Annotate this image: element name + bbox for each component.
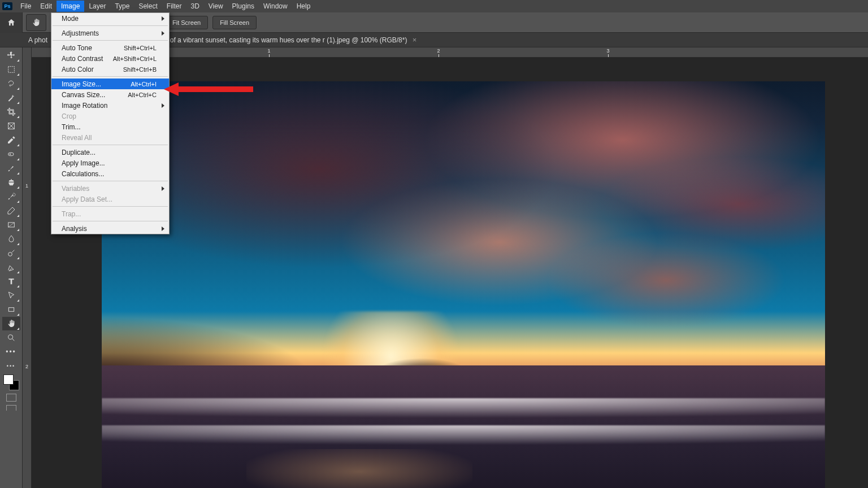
menu-item-calculations[interactable]: Calculations... bbox=[51, 168, 169, 179]
gradient-tool[interactable] bbox=[2, 218, 20, 232]
menu-item-label: Apply Data Set... bbox=[62, 195, 112, 203]
menu-item-canvas-size[interactable]: Canvas Size...Alt+Ctrl+C bbox=[51, 89, 169, 100]
menu-select[interactable]: Select bbox=[134, 1, 162, 12]
menu-item-shortcut: Shift+Ctrl+B bbox=[123, 66, 157, 73]
menu-item-shortcut: Alt+Ctrl+C bbox=[128, 91, 157, 98]
more-tools[interactable]: ••• bbox=[2, 345, 20, 359]
menu-item-label: Mode bbox=[62, 15, 79, 23]
color-swatches[interactable] bbox=[3, 374, 19, 390]
clone-stamp-tool[interactable] bbox=[2, 176, 20, 189]
image-menu-dropdown: ModeAdjustmentsAuto ToneShift+Ctrl+LAuto… bbox=[51, 12, 170, 234]
rectangle-tool[interactable] bbox=[2, 303, 20, 316]
svg-rect-2 bbox=[8, 152, 13, 155]
menu-image[interactable]: Image bbox=[57, 1, 84, 12]
menu-edit[interactable]: Edit bbox=[36, 1, 57, 12]
menu-item-auto-contrast[interactable]: Auto ContrastAlt+Shift+Ctrl+L bbox=[51, 53, 169, 64]
menu-item-label: Analysis bbox=[62, 225, 87, 233]
menu-item-label: Canvas Size... bbox=[62, 91, 105, 99]
chevron-right-icon bbox=[162, 103, 164, 108]
menu-item-label: Apply Image... bbox=[62, 159, 105, 167]
menu-file[interactable]: File bbox=[16, 1, 36, 12]
home-icon bbox=[7, 18, 16, 27]
menu-item-crop: Crop bbox=[51, 111, 169, 121]
pen-tool[interactable] bbox=[2, 260, 20, 274]
toolbox: ••• ••• bbox=[0, 47, 23, 488]
menu-item-label: Auto Color bbox=[62, 66, 94, 73]
canvas-image-wave bbox=[102, 398, 825, 422]
canvas-image-reflection bbox=[246, 449, 472, 488]
menu-item-label: Duplicate... bbox=[62, 149, 96, 156]
lasso-tool[interactable] bbox=[2, 77, 20, 90]
frame-tool[interactable] bbox=[2, 119, 20, 133]
blur-tool[interactable] bbox=[2, 232, 20, 246]
history-brush-tool[interactable] bbox=[2, 190, 20, 203]
menu-item-label: Auto Tone bbox=[62, 44, 92, 52]
menu-item-label: Trap... bbox=[62, 210, 81, 218]
menu-view[interactable]: View bbox=[204, 1, 228, 12]
menu-help[interactable]: Help bbox=[292, 1, 315, 12]
menu-3d[interactable]: 3D bbox=[186, 1, 203, 12]
menu-item-label: Calculations... bbox=[62, 170, 104, 178]
menu-item-adjustments[interactable]: Adjustments bbox=[51, 28, 169, 38]
app-logo-icon: Ps bbox=[2, 2, 12, 10]
menu-item-label: Crop bbox=[62, 112, 76, 120]
menu-item-shortcut: Alt+Shift+Ctrl+L bbox=[113, 55, 157, 62]
menu-item-duplicate[interactable]: Duplicate... bbox=[51, 147, 169, 158]
menu-item-label: Auto Contrast bbox=[62, 55, 103, 63]
canvas[interactable] bbox=[102, 81, 825, 488]
fill-screen-button[interactable]: Fill Screen bbox=[212, 16, 257, 29]
menu-item-apply-data-set: Apply Data Set... bbox=[51, 194, 169, 204]
document-tab-title-suffix: of a vibrant sunset, casting its warm hu… bbox=[170, 36, 407, 44]
magic-wand-tool[interactable] bbox=[2, 91, 20, 104]
hand-tool[interactable] bbox=[2, 317, 20, 330]
menu-item-image-size[interactable]: Image Size...Alt+Ctrl+I bbox=[51, 79, 169, 89]
move-tool[interactable] bbox=[2, 49, 20, 62]
current-tool-indicator[interactable] bbox=[26, 14, 46, 31]
menu-item-auto-color[interactable]: Auto ColorShift+Ctrl+B bbox=[51, 64, 169, 75]
healing-brush-tool[interactable] bbox=[2, 147, 20, 161]
zoom-tool[interactable] bbox=[2, 331, 20, 345]
type-tool[interactable] bbox=[2, 274, 20, 288]
crop-tool[interactable] bbox=[2, 105, 20, 119]
eyedropper-tool[interactable] bbox=[2, 133, 20, 147]
path-selection-tool[interactable] bbox=[2, 289, 20, 302]
menu-item-label: Variables bbox=[62, 185, 89, 193]
quick-mask-toggle[interactable] bbox=[6, 394, 16, 402]
menu-item-mode[interactable]: Mode bbox=[51, 13, 169, 24]
marquee-tool[interactable] bbox=[2, 63, 20, 76]
menu-item-trap: Trap... bbox=[51, 208, 169, 219]
edit-toolbar[interactable]: ••• bbox=[2, 359, 20, 373]
chevron-right-icon bbox=[162, 186, 164, 191]
document-tab-title-prefix: A phot bbox=[28, 36, 47, 44]
dodge-tool[interactable] bbox=[2, 246, 20, 260]
menu-item-label: Image Size... bbox=[62, 80, 101, 88]
menu-item-image-rotation[interactable]: Image Rotation bbox=[51, 100, 169, 111]
menu-item-shortcut: Alt+Ctrl+I bbox=[131, 81, 157, 88]
svg-point-4 bbox=[8, 252, 12, 256]
hand-icon bbox=[32, 18, 41, 27]
menubar: Ps File Edit Image Layer Type Select Fil… bbox=[0, 0, 868, 12]
fit-screen-button[interactable]: Fit Screen bbox=[165, 16, 208, 29]
svg-rect-0 bbox=[8, 67, 14, 73]
vertical-ruler[interactable]: 1 2 bbox=[23, 47, 32, 488]
svg-point-6 bbox=[8, 335, 12, 339]
menu-item-apply-image[interactable]: Apply Image... bbox=[51, 158, 169, 168]
menu-window[interactable]: Window bbox=[259, 1, 292, 12]
home-button[interactable] bbox=[0, 12, 23, 33]
eraser-tool[interactable] bbox=[2, 204, 20, 217]
brush-tool[interactable] bbox=[2, 162, 20, 175]
menu-filter[interactable]: Filter bbox=[162, 1, 186, 12]
foreground-color-swatch[interactable] bbox=[3, 374, 14, 385]
menu-layer[interactable]: Layer bbox=[84, 1, 110, 12]
menu-item-trim[interactable]: Trim... bbox=[51, 121, 169, 132]
menu-type[interactable]: Type bbox=[110, 1, 134, 12]
menu-item-label: Trim... bbox=[62, 123, 81, 131]
menu-item-analysis[interactable]: Analysis bbox=[51, 223, 169, 234]
ruler-tick: 1 bbox=[23, 183, 31, 189]
canvas-image-sea bbox=[102, 365, 825, 488]
screen-mode-toggle[interactable] bbox=[6, 405, 16, 411]
menu-item-auto-tone[interactable]: Auto ToneShift+Ctrl+L bbox=[51, 42, 169, 53]
close-icon[interactable]: × bbox=[413, 36, 417, 44]
menu-plugins[interactable]: Plugins bbox=[228, 1, 259, 12]
menu-item-reveal-all: Reveal All bbox=[51, 132, 169, 143]
